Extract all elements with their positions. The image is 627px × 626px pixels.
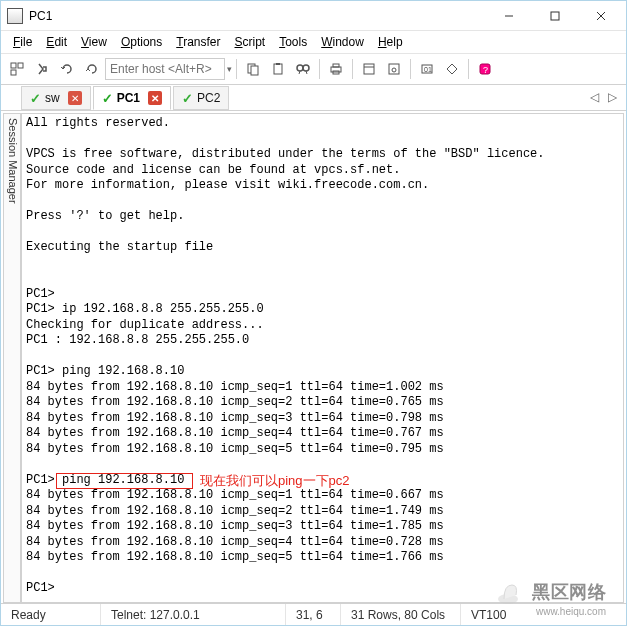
host-input[interactable] (105, 58, 225, 80)
menu-item-edit[interactable]: Edit (40, 33, 73, 51)
svg-rect-4 (11, 63, 16, 68)
host-dropdown-icon[interactable]: ▾ (227, 64, 232, 74)
session-manager-button[interactable] (5, 57, 29, 81)
tab-label: sw (45, 91, 60, 105)
menu-item-transfer[interactable]: Transfer (170, 33, 226, 51)
hex-view-button[interactable]: 01 (415, 57, 439, 81)
properties-button[interactable] (357, 57, 381, 81)
reconnect-button[interactable] (55, 57, 79, 81)
options-button[interactable] (382, 57, 406, 81)
svg-point-11 (297, 65, 303, 71)
tab-pc1[interactable]: ✓PC1✕ (93, 86, 171, 110)
menu-item-options[interactable]: Options (115, 33, 168, 51)
statusbar: Ready Telnet: 127.0.0.1 31, 6 31 Rows, 8… (1, 603, 626, 625)
menu-item-view[interactable]: View (75, 33, 113, 51)
tab-label: PC1 (117, 91, 140, 105)
session-manager-sidebar[interactable]: Session Manager (3, 113, 21, 603)
svg-text:?: ? (483, 65, 488, 75)
tab-close-icon[interactable]: ✕ (148, 91, 162, 105)
titlebar: PC1 (1, 1, 626, 31)
toolbar: ▾ 01 ? (1, 53, 626, 85)
check-icon: ✓ (30, 91, 41, 106)
status-ready: Ready (1, 604, 101, 625)
status-connection: Telnet: 127.0.0.1 (101, 604, 286, 625)
svg-point-12 (303, 65, 309, 71)
close-button[interactable] (578, 1, 624, 31)
print-button[interactable] (324, 57, 348, 81)
svg-rect-6 (11, 70, 16, 75)
minimize-button[interactable] (486, 1, 532, 31)
status-cursor: 31, 6 (286, 604, 341, 625)
paste-button[interactable] (266, 57, 290, 81)
svg-rect-16 (333, 64, 339, 67)
svg-rect-5 (18, 63, 23, 68)
menu-item-file[interactable]: File (7, 33, 38, 51)
svg-rect-1 (551, 12, 559, 20)
svg-text:01: 01 (424, 66, 432, 73)
svg-rect-10 (276, 63, 280, 65)
xmodem-button[interactable] (440, 57, 464, 81)
menu-item-window[interactable]: Window (315, 33, 370, 51)
help-button[interactable]: ? (473, 57, 497, 81)
maximize-button[interactable] (532, 1, 578, 31)
disconnect-button[interactable] (80, 57, 104, 81)
window-title: PC1 (29, 9, 52, 23)
app-icon (7, 8, 23, 24)
tab-scroll-right[interactable]: ▷ (604, 89, 620, 105)
tab-close-icon[interactable]: ✕ (68, 91, 82, 105)
tab-pc2[interactable]: ✓PC2 (173, 86, 229, 110)
menu-item-help[interactable]: Help (372, 33, 409, 51)
menu-item-tools[interactable]: Tools (273, 33, 313, 51)
svg-rect-18 (364, 64, 374, 74)
tab-label: PC2 (197, 91, 220, 105)
status-terminal-type: VT100 (461, 604, 516, 625)
tab-sw[interactable]: ✓sw✕ (21, 86, 91, 110)
status-size: 31 Rows, 80 Cols (341, 604, 461, 625)
menubar: FileEditViewOptionsTransferScriptToolsWi… (1, 31, 626, 53)
find-button[interactable] (291, 57, 315, 81)
svg-point-21 (392, 68, 396, 72)
tabbar: ✓sw✕✓PC1✕✓PC2 ◁ ▷ (1, 85, 626, 111)
svg-rect-8 (251, 66, 258, 75)
terminal[interactable]: All rights reserved. VPCS is free softwa… (22, 114, 623, 602)
tab-scroll-left[interactable]: ◁ (586, 89, 602, 105)
check-icon: ✓ (102, 91, 113, 106)
menu-item-script[interactable]: Script (229, 33, 272, 51)
quick-connect-button[interactable] (30, 57, 54, 81)
copy-button[interactable] (241, 57, 265, 81)
check-icon: ✓ (182, 91, 193, 106)
svg-rect-9 (274, 64, 282, 74)
